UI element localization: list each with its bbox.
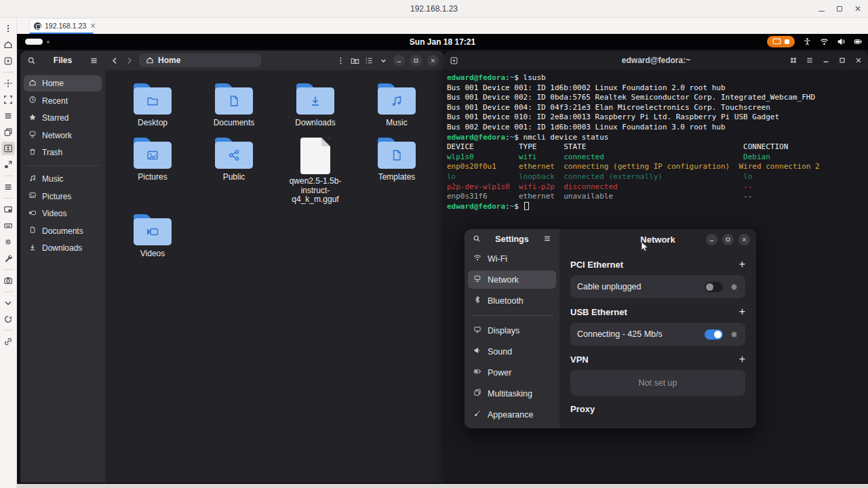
settings-menu-icon[interactable] (543, 233, 551, 245)
sidebar-item-home[interactable]: Home (24, 75, 102, 92)
sidebar-item-recent[interactable]: Recent (24, 93, 102, 109)
toolbar-crosshair-button[interactable] (1, 77, 15, 90)
folder-public[interactable]: Public (193, 138, 275, 205)
hamburger-menu-icon[interactable] (90, 56, 98, 65)
sidebar-item-network[interactable]: Network (24, 127, 102, 144)
toolbar-picture-in-picture-button[interactable] (1, 203, 15, 216)
toolbar-kebab-menu-button[interactable] (1, 22, 15, 35)
toolbar-windows-overlap-button[interactable] (1, 125, 15, 139)
kebab-menu-icon[interactable] (336, 56, 345, 65)
settings-close-button[interactable] (738, 234, 750, 245)
folder-music[interactable]: Music (356, 83, 437, 128)
card-pci-ethernet[interactable]: Cable unplugged (570, 275, 745, 298)
clock-icon (28, 96, 37, 106)
file-qwen2-5-1-5b-instruct-q4-k-m-gguf[interactable]: qwen2.5-1.5b-instruct-q4_k_m.gguf (275, 138, 356, 205)
clock[interactable]: Sun Jan 18 17:21 (17, 37, 868, 47)
add-vpn-button[interactable]: + (739, 354, 745, 365)
sidebar-item-starred[interactable]: Starred (24, 110, 102, 126)
folder-downloads[interactable]: Downloads (275, 83, 356, 128)
terminal-line: Bus 002 Device 001: ID 1d6b:0003 Linux F… (447, 123, 865, 133)
settings-item-bluetooth[interactable]: Bluetooth (468, 291, 556, 310)
toolbar-fullscreen-button[interactable] (1, 93, 15, 106)
minimize-button[interactable] (818, 11, 825, 12)
add-pci-ethernet-button[interactable]: + (739, 259, 745, 270)
terminal-maximize-button[interactable] (838, 56, 846, 64)
toolbar-new-window-button[interactable] (1, 54, 15, 68)
settings-sidebar-divider (471, 315, 553, 316)
files-minimize-button[interactable] (393, 55, 405, 66)
settings-item-displays[interactable]: Displays (468, 321, 556, 340)
terminal-line: enp0s31f6 ethernet unavailable -- (447, 192, 865, 202)
settings-item-wi-fi[interactable]: Wi-Fi (468, 249, 556, 268)
card-usb-ethernet[interactable]: Connecting - 425 Mb/s (570, 323, 745, 346)
section-vpn: VPN+ (570, 354, 745, 365)
view-options-chevron-icon[interactable] (379, 56, 388, 65)
settings-search-icon[interactable] (473, 233, 481, 245)
volume-icon[interactable] (837, 37, 846, 46)
sidebar-item-downloads[interactable]: Downloads (24, 240, 102, 256)
toolbar-scale-fit-button[interactable] (1, 142, 15, 155)
settings-item-multitasking[interactable]: Multitasking (468, 384, 556, 403)
window-controls: ✕ (818, 0, 861, 18)
terminal-line: Bus 001 Device 010: ID 2e8a:0013 Raspber… (447, 113, 865, 123)
tab-remote-session[interactable]: 192.168.1.23 ✕ (29, 18, 94, 34)
path-bar-home[interactable]: Home (139, 54, 261, 67)
terminal-line: edward@fedora:~$ (447, 202, 865, 212)
sidebar-item-videos[interactable]: Videos (24, 205, 102, 222)
sidebar-item-trash[interactable]: Trash (24, 144, 102, 161)
settings-gear-icon[interactable] (730, 283, 738, 291)
terminal-close-button[interactable] (854, 56, 863, 64)
settings-item-sound[interactable]: Sound (468, 342, 556, 361)
folder-desktop[interactable]: Desktop (112, 83, 193, 128)
toolbar-home-button[interactable] (1, 38, 15, 52)
sidebar-item-pictures[interactable]: Pictures (24, 188, 102, 205)
toolbar-camera-button[interactable] (1, 274, 15, 287)
toolbar-keyboard-button[interactable] (1, 219, 15, 232)
add-usb-ethernet-button[interactable]: + (739, 306, 745, 317)
close-button[interactable]: ✕ (854, 5, 861, 13)
folder-videos[interactable]: Videos (112, 214, 193, 259)
folder-templates[interactable]: Templates (356, 138, 437, 205)
card-vpn[interactable]: Not set up (570, 370, 745, 396)
screencast-indicator[interactable] (767, 36, 795, 47)
terminal-cursor (524, 202, 529, 210)
back-button[interactable] (111, 56, 119, 65)
sidebar-item-documents[interactable]: Documents (24, 223, 102, 239)
toolbar-gears-button[interactable] (1, 235, 15, 249)
wifi-icon[interactable] (820, 37, 829, 46)
files-close-button[interactable] (427, 55, 439, 66)
files-maximize-button[interactable] (410, 55, 422, 66)
system-status-area[interactable] (767, 34, 863, 49)
settings-minimize-button[interactable] (706, 234, 717, 245)
toggle-usb-ethernet[interactable] (705, 329, 723, 340)
toolbar-refresh-button[interactable] (1, 312, 15, 326)
battery-icon[interactable] (854, 37, 863, 46)
search-icon[interactable] (27, 56, 36, 65)
wifi-icon (473, 253, 481, 264)
settings-gear-icon[interactable] (730, 330, 738, 339)
toolbar-unlink-button[interactable] (1, 335, 15, 348)
sidebar-item-music[interactable]: Music (24, 171, 102, 187)
terminal-menu-icon[interactable] (806, 56, 814, 64)
list-view-icon[interactable] (365, 56, 374, 65)
toolbar-resize-expand-button[interactable] (1, 158, 15, 171)
folder-search-icon[interactable] (351, 56, 359, 65)
toolbar-wrench-button[interactable] (1, 251, 15, 265)
settings-item-appearance[interactable]: Appearance (468, 405, 556, 424)
folder-pictures[interactable]: Pictures (112, 138, 193, 205)
tab-overview-icon[interactable] (789, 56, 797, 64)
toggle-pci-ethernet[interactable] (705, 282, 723, 292)
folder-icon (378, 138, 416, 169)
accessibility-icon[interactable] (803, 37, 812, 46)
terminal-minimize-button[interactable] (822, 56, 830, 64)
forward-button[interactable] (125, 56, 134, 65)
toolbar-chevron-down-button[interactable] (1, 296, 15, 310)
folder-documents[interactable]: Documents (193, 83, 275, 128)
toolbar-menu-lines-button[interactable] (1, 109, 15, 123)
settings-item-network[interactable]: Network (468, 270, 556, 289)
tab-close-icon[interactable]: ✕ (90, 22, 96, 30)
toolbar-menu-lines-button[interactable] (1, 180, 15, 194)
settings-maximize-button[interactable] (722, 234, 734, 245)
maximize-button[interactable] (837, 6, 842, 12)
settings-item-power[interactable]: Power (468, 363, 556, 382)
